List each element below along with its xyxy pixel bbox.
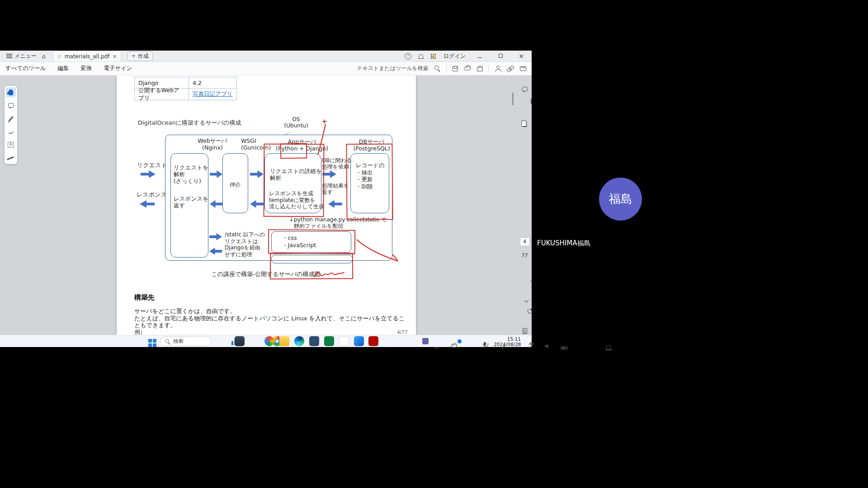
status-dot-icon[interactable] [458, 339, 462, 343]
search-tools-label[interactable]: テキストまたはツールを検索 [357, 65, 429, 72]
cloud-upload-icon[interactable] [464, 66, 471, 70]
static-note-text: /static 以下への リクエストは Djangoを経由 せずに処理 [225, 231, 265, 258]
tool-edit[interactable]: 編集 [57, 65, 69, 72]
participant-name: FUKUSHIMA福島 [537, 239, 590, 248]
teams-tray-icon[interactable] [422, 338, 429, 344]
login-button[interactable]: ログイン [443, 52, 466, 60]
teams-screen-share-stage: メニュー ⌂ ☆ materials_all.pdf × + 作成 ? ログイン… [0, 0, 868, 488]
maximize-button[interactable] [494, 53, 507, 59]
table-cell-value: 4.2 [189, 77, 237, 89]
onedrive-cloud-icon[interactable] [451, 344, 457, 348]
request-signature-icon[interactable] [496, 66, 500, 69]
response-arrow-icon [140, 200, 155, 208]
add-text-tool-button[interactable]: A [6, 140, 16, 150]
tool-esign[interactable]: 電子サイン [104, 65, 132, 72]
response-label: レスポンス [137, 191, 167, 198]
refresh-icon[interactable] [528, 308, 532, 314]
save-icon[interactable] [453, 66, 458, 71]
red-plus-mark [322, 120, 326, 124]
red-annotation-box-bottom [270, 253, 353, 280]
microphone-tray-icon[interactable] [484, 342, 486, 346]
print-icon[interactable] [477, 67, 483, 71]
curve-icon [8, 129, 14, 134]
acrobat-toolbar: すべてのツール 編集 変換 電子サイン テキストまたはツールを検索 [0, 62, 532, 75]
pdf-app-icon[interactable] [339, 336, 349, 346]
photo-diary-app-link[interactable]: 写真日記アプリ [193, 90, 232, 98]
close-button[interactable]: × [514, 52, 528, 60]
pdf-page: Django 4.2 公開するWebアプリ 写真日記アプリ DigitalOce… [117, 75, 416, 335]
search-icon [165, 339, 170, 343]
bookmarks-panel-icon[interactable] [531, 99, 532, 104]
menu-label: メニュー [14, 52, 37, 60]
document-area: Django 4.2 公開するWebアプリ 写真日記アプリ DigitalOce… [0, 75, 532, 335]
plus-icon: + [132, 53, 136, 59]
add-comment-tool-button[interactable] [6, 100, 16, 110]
battery-icon[interactable] [561, 346, 567, 350]
document-tab[interactable]: ☆ materials_all.pdf × [53, 51, 121, 61]
excel-icon[interactable] [324, 336, 334, 346]
clock-date: 2024/08/28 [494, 342, 521, 347]
os-label: OS (Ubuntu) [278, 116, 314, 129]
comment-bubble-icon [8, 103, 14, 108]
document-options-icon[interactable] [523, 328, 527, 334]
create-tab-button[interactable]: + 作成 [127, 52, 153, 61]
maximize-icon [499, 54, 503, 58]
taskbar-search-box[interactable]: 検索 [160, 337, 212, 346]
monitor-app-icon[interactable] [235, 336, 245, 346]
taskbar-clock[interactable]: 15:11 2024/08/28 [494, 336, 521, 347]
apps-grid-icon[interactable] [431, 54, 432, 55]
signature-pen-icon [8, 156, 14, 160]
text-box-icon: A [8, 142, 14, 148]
table-cell-value: 写真日記アプリ [189, 89, 237, 100]
menu-button[interactable]: メニュー [4, 51, 39, 61]
start-button-icon[interactable] [148, 339, 156, 347]
highlight-tool-button[interactable] [6, 113, 16, 123]
vertical-scrollbar-thumb[interactable] [512, 93, 514, 105]
email-icon[interactable] [520, 66, 526, 71]
red-swoosh-tip [392, 254, 398, 261]
pen-icon [9, 116, 13, 121]
minimize-button[interactable] [473, 53, 486, 59]
notifications-bell-icon[interactable] [419, 54, 423, 58]
page-total: 77 [522, 253, 528, 258]
clock-time: 15:11 [494, 336, 521, 342]
tool-all-tools[interactable]: すべてのツール [5, 65, 46, 72]
web-bottom-text: レスポンスを 返す [174, 195, 208, 209]
help-icon[interactable]: ? [405, 53, 411, 60]
draw-tool-button[interactable] [6, 127, 16, 136]
comments-panel-icon[interactable] [522, 87, 528, 91]
page-number-box[interactable]: 4 [520, 237, 530, 246]
diagram-title: DigitalOceanに構築するサーバの構成 [138, 119, 241, 126]
db-response-text: 処理結果を 返す [322, 183, 349, 195]
wifi-icon[interactable] [530, 344, 533, 347]
next-page-chevron-icon[interactable] [524, 298, 528, 303]
photos-app-icon[interactable] [354, 336, 364, 346]
quick-tools-panel: A [5, 86, 17, 164]
star-icon[interactable]: ☆ [57, 54, 62, 59]
share-link-icon[interactable] [507, 66, 514, 71]
request-arrow-icon [141, 170, 156, 178]
sign-tool-button[interactable] [6, 153, 16, 163]
volume-icon[interactable] [545, 343, 550, 349]
previous-page-chevron-icon[interactable] [530, 280, 532, 284]
pinwheel-app-icon[interactable] [264, 336, 274, 346]
tray-overflow-chevron-icon[interactable] [435, 347, 439, 352]
page-thumbnails-icon[interactable] [523, 122, 527, 127]
search-icon[interactable] [434, 66, 440, 71]
section-heading: 構築先 [134, 294, 155, 301]
body-paragraph-1: サーバをどこに置くかは、自由です。 [134, 308, 236, 314]
hand-tool-button[interactable] [6, 87, 16, 97]
create-label: 作成 [138, 52, 149, 60]
clipped-line: 例） [134, 328, 146, 335]
acrobat-icon[interactable] [368, 336, 378, 346]
tool-convert[interactable]: 変換 [80, 65, 92, 72]
edge-icon[interactable] [294, 336, 304, 346]
pgadmin-icon[interactable] [309, 336, 319, 346]
minimize-icon [477, 57, 482, 58]
home-button[interactable]: ⌂ [39, 51, 48, 61]
notification-bell-icon[interactable] [606, 345, 611, 349]
search-label: 検索 [173, 338, 184, 345]
home-icon: ⌂ [42, 53, 46, 59]
tab-close-icon[interactable]: × [113, 53, 117, 60]
file-explorer-icon[interactable] [279, 336, 289, 346]
